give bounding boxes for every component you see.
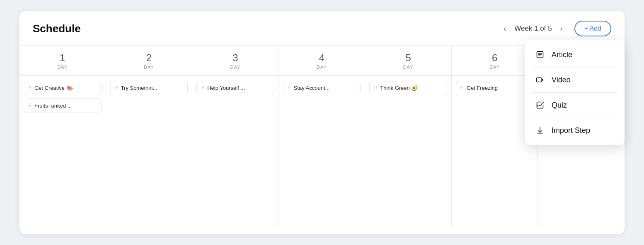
menu-item-import[interactable]: Import Step bbox=[525, 120, 625, 141]
quiz-icon bbox=[535, 100, 545, 110]
list-item[interactable]: ⠿Think Green 🥑 bbox=[369, 81, 447, 95]
day-label-1: DAY bbox=[23, 65, 102, 70]
day-label-4: DAY bbox=[282, 65, 362, 70]
step-text: Stay Account... bbox=[294, 85, 330, 91]
menu-item-quiz[interactable]: Quiz bbox=[525, 94, 625, 116]
day-label-5: DAY bbox=[368, 65, 448, 70]
import-icon bbox=[535, 125, 545, 135]
add-label: + Add bbox=[584, 25, 601, 32]
list-item[interactable]: ⠿Stay Account... bbox=[283, 81, 361, 95]
menu-item-label-import: Import Step bbox=[552, 126, 590, 135]
menu-divider bbox=[532, 92, 618, 93]
next-week-button[interactable]: › bbox=[557, 23, 566, 35]
week-label: Week 1 of 5 bbox=[514, 24, 552, 33]
step-text: Fruits ranked ... bbox=[34, 103, 72, 109]
step-text: Get Creative 🍉 bbox=[34, 85, 73, 91]
day-header-5: 5DAY bbox=[365, 46, 451, 76]
drag-handle-icon: ⠿ bbox=[201, 85, 205, 91]
day-label-2: DAY bbox=[109, 65, 189, 70]
drag-handle-icon: ⠿ bbox=[288, 85, 291, 91]
day-label-3: DAY bbox=[196, 65, 275, 70]
header-right: ‹ Week 1 of 5 › + Add bbox=[500, 21, 611, 36]
day-label-6: DAY bbox=[455, 65, 535, 70]
step-text: Get Freezing bbox=[467, 85, 498, 91]
day-content-5: ⠿Think Green 🥑 bbox=[365, 76, 451, 227]
menu-item-label-article: Article bbox=[552, 50, 572, 59]
drag-handle-icon: ⠿ bbox=[374, 85, 378, 91]
menu-item-article[interactable]: Article bbox=[525, 44, 625, 65]
day-number-4: 4 bbox=[282, 53, 362, 63]
drag-handle-icon: ⠿ bbox=[115, 85, 119, 91]
menu-item-video[interactable]: Video bbox=[525, 69, 625, 91]
prev-week-button[interactable]: ‹ bbox=[500, 23, 509, 35]
week-navigation: ‹ Week 1 of 5 › bbox=[500, 23, 566, 35]
day-content-2: ⠿Try Somethin... bbox=[106, 76, 192, 227]
list-item[interactable]: ⠿Get Freezing bbox=[456, 81, 534, 95]
day-header-3: 3DAY bbox=[192, 46, 278, 76]
day-col-3: 3DAY⠿Help Yourself ... bbox=[192, 46, 279, 227]
day-col-1: 1DAY⠿Get Creative 🍉⠿Fruits ranked ... bbox=[19, 46, 106, 227]
list-item[interactable]: ⠿Try Somethin... bbox=[110, 81, 188, 95]
day-content-3: ⠿Help Yourself ... bbox=[192, 76, 278, 227]
day-header-1: 1DAY bbox=[19, 46, 106, 76]
menu-divider bbox=[532, 67, 618, 67]
day-number-6: 6 bbox=[455, 53, 535, 63]
day-header-4: 4DAY bbox=[279, 46, 365, 76]
step-text: Think Green 🥑 bbox=[380, 85, 418, 91]
day-header-2: 2DAY bbox=[106, 46, 192, 76]
svg-rect-4 bbox=[537, 78, 542, 82]
day-col-2: 2DAY⠿Try Somethin... bbox=[106, 46, 193, 227]
drag-handle-icon: ⠿ bbox=[460, 85, 464, 91]
menu-divider bbox=[532, 118, 618, 118]
schedule-container: Schedule ‹ Week 1 of 5 › + Add 1DAY⠿Get … bbox=[19, 11, 625, 234]
add-button[interactable]: + Add bbox=[574, 21, 611, 36]
step-text: Try Somethin... bbox=[121, 85, 157, 91]
list-item[interactable]: ⠿Get Creative 🍉 bbox=[24, 81, 102, 95]
day-number-1: 1 bbox=[23, 53, 102, 63]
day-content-4: ⠿Stay Account... bbox=[279, 76, 365, 227]
drag-handle-icon: ⠿ bbox=[28, 85, 32, 91]
list-item[interactable]: ⠿Fruits ranked ... bbox=[24, 98, 102, 113]
add-dropdown-menu: ArticleVideoQuizImport Step bbox=[525, 40, 625, 145]
article-icon bbox=[535, 50, 545, 60]
drag-handle-icon: ⠿ bbox=[28, 103, 32, 109]
day-col-5: 5DAY⠿Think Green 🥑 bbox=[365, 46, 452, 227]
page-title: Schedule bbox=[33, 22, 81, 35]
menu-item-label-quiz: Quiz bbox=[552, 101, 567, 110]
day-content-1: ⠿Get Creative 🍉⠿Fruits ranked ... bbox=[19, 76, 106, 227]
day-number-3: 3 bbox=[196, 53, 275, 63]
day-number-2: 2 bbox=[109, 53, 189, 63]
day-col-4: 4DAY⠿Stay Account... bbox=[279, 46, 366, 227]
step-text: Help Yourself ... bbox=[207, 85, 245, 91]
video-icon bbox=[535, 75, 545, 85]
list-item[interactable]: ⠿Help Yourself ... bbox=[196, 81, 274, 95]
day-number-5: 5 bbox=[368, 53, 448, 63]
menu-item-label-video: Video bbox=[552, 76, 571, 84]
